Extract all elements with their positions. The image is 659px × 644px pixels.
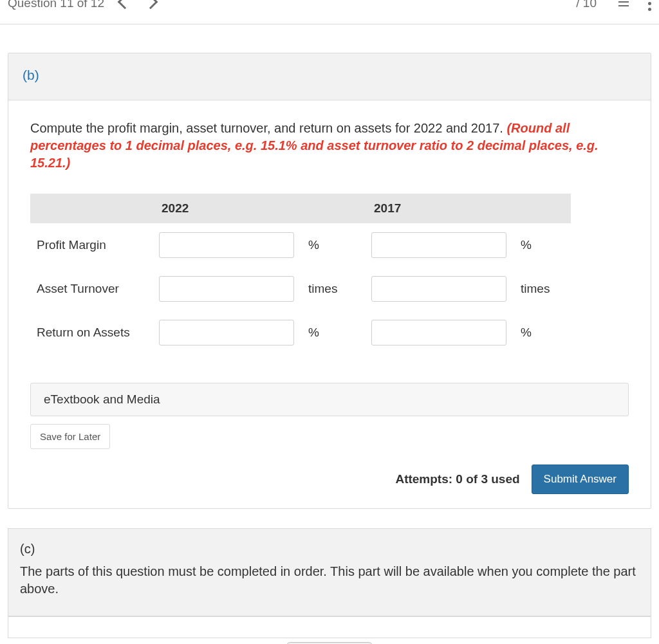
unit-label: % <box>513 223 571 267</box>
row-label-return-on-assets: Return on Assets <box>30 311 153 354</box>
col-header-2017: 2017 <box>365 194 513 223</box>
profit-margin-2017-input[interactable] <box>371 232 506 258</box>
unit-label: times <box>513 267 571 311</box>
unit-label: % <box>301 223 365 267</box>
chevron-right-icon <box>144 0 158 9</box>
asset-turnover-2017-input[interactable] <box>371 276 506 302</box>
part-b-label: (b) <box>23 68 39 82</box>
more-options-icon[interactable] <box>648 0 651 11</box>
part-c-footer <box>8 616 651 638</box>
unit-label: % <box>301 311 365 354</box>
chevron-left-icon <box>118 0 133 9</box>
row-label-profit-margin: Profit Margin <box>30 223 153 267</box>
prev-question-button[interactable] <box>120 0 130 10</box>
profit-margin-2022-input[interactable] <box>159 232 294 258</box>
prompt-text: Compute the profit margin, asset turnove… <box>30 121 506 135</box>
answer-table: 2022 2017 Profit Margin % % Asset Turnov… <box>30 194 571 354</box>
col-header-2022: 2022 <box>153 194 301 223</box>
return-on-assets-2022-input[interactable] <box>159 320 294 345</box>
submit-answer-button[interactable]: Submit Answer <box>532 465 629 494</box>
table-row: Asset Turnover times times <box>30 267 571 311</box>
list-icon[interactable] <box>616 0 629 6</box>
row-label-asset-turnover: Asset Turnover <box>30 267 153 311</box>
unit-label: times <box>301 267 365 311</box>
etextbook-media-bar[interactable]: eTextbook and Media <box>30 383 629 416</box>
question-nav-bar: Question 11 of 12 / 10 <box>0 0 659 24</box>
attempts-text: Attempts: 0 of 3 used <box>395 472 519 486</box>
return-on-assets-2017-input[interactable] <box>371 320 506 345</box>
next-question-button[interactable] <box>145 0 156 10</box>
etextbook-media-label: eTextbook and Media <box>44 392 160 406</box>
score-progress: / 10 <box>576 0 597 10</box>
unit-label: % <box>513 311 571 354</box>
save-for-later-button[interactable]: Save for Later <box>30 424 110 449</box>
question-part-c: (c) The parts of this question must be c… <box>8 528 651 616</box>
question-prompt: Compute the profit margin, asset turnove… <box>30 120 629 172</box>
part-c-label: (c) <box>20 540 639 558</box>
asset-turnover-2022-input[interactable] <box>159 276 294 302</box>
part-c-locked-message: The parts of this question must be compl… <box>20 563 639 598</box>
table-row: Return on Assets % % <box>30 311 571 354</box>
part-b-header: (b) <box>8 53 651 100</box>
question-part-b: (b) Compute the profit margin, asset tur… <box>8 53 651 509</box>
question-counter: Question 11 of 12 <box>8 0 104 10</box>
table-row: Profit Margin % % <box>30 223 571 267</box>
